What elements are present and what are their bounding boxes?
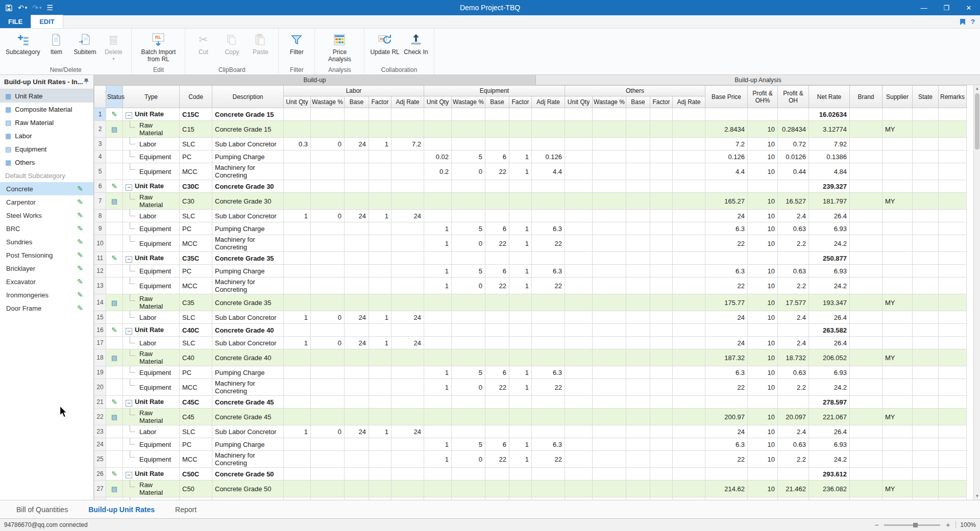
base-price-cell[interactable]: 6.3 xyxy=(705,438,748,451)
base-price-cell[interactable]: 200.97 xyxy=(705,409,748,425)
price-analysis-button[interactable]: Price Analysis xyxy=(319,31,360,65)
labor-factor-cell[interactable] xyxy=(369,163,391,180)
status-cell[interactable]: ✎ xyxy=(106,108,123,121)
others-base-cell[interactable] xyxy=(626,210,650,222)
base-price-cell[interactable] xyxy=(705,468,748,481)
undo-button[interactable]: ↶▾ xyxy=(18,4,27,12)
code-cell[interactable]: PC xyxy=(180,366,212,379)
code-cell[interactable]: SLC xyxy=(180,337,212,349)
equipment-wastage-cell[interactable] xyxy=(452,409,485,425)
state-cell[interactable] xyxy=(913,193,939,210)
type-cell[interactable]: −Unit Rate xyxy=(123,108,180,121)
type-cell[interactable]: −Unit Rate xyxy=(123,468,180,481)
equipment-base-cell[interactable] xyxy=(485,180,509,193)
col-header-labor-unit-qty[interactable]: Unit Qty xyxy=(284,96,311,108)
others-adj-rate-cell[interactable] xyxy=(673,121,705,138)
equipment-adj-rate-cell[interactable]: 22 xyxy=(532,277,565,294)
collapse-toggle-icon[interactable]: − xyxy=(126,328,132,335)
chevron-down-icon[interactable]: ▾ xyxy=(39,5,42,10)
vertical-scroll-thumb[interactable] xyxy=(975,93,979,149)
equipment-adj-rate-cell[interactable] xyxy=(532,294,565,311)
equipment-wastage-cell[interactable]: 0 xyxy=(452,235,485,252)
labor-unit-qty-cell[interactable] xyxy=(284,409,311,425)
equipment-factor-cell[interactable] xyxy=(509,138,532,150)
labor-base-cell[interactable] xyxy=(345,294,369,311)
col-header-others-base[interactable]: Base xyxy=(626,96,650,108)
col-header-others-wastage[interactable]: Wastage % xyxy=(593,96,626,108)
labor-wastage-cell[interactable]: 0 xyxy=(311,210,345,222)
remarks-cell[interactable] xyxy=(939,108,967,121)
col-header-state[interactable]: State xyxy=(913,86,939,108)
brand-cell[interactable] xyxy=(850,311,883,324)
net-rate-cell[interactable]: 181.797 xyxy=(809,193,850,210)
equipment-unit-qty-cell[interactable] xyxy=(424,396,452,409)
others-factor-cell[interactable] xyxy=(650,108,673,121)
others-base-cell[interactable] xyxy=(626,425,650,438)
equipment-factor-cell[interactable] xyxy=(509,349,532,366)
equipment-unit-qty-cell[interactable]: 1 xyxy=(424,379,452,396)
profit-oh-pct-cell[interactable]: 10 xyxy=(748,193,778,210)
others-factor-cell[interactable] xyxy=(650,180,673,193)
code-cell[interactable]: MCC xyxy=(180,379,212,396)
equipment-adj-rate-cell[interactable]: 6.3 xyxy=(532,222,565,235)
status-cell[interactable]: ▤ xyxy=(106,409,123,425)
edit-pencil-icon[interactable]: ✎ xyxy=(77,251,83,259)
others-adj-rate-cell[interactable] xyxy=(673,396,705,409)
labor-base-cell[interactable] xyxy=(345,180,369,193)
profit-oh-pct-cell[interactable]: 10 xyxy=(748,121,778,138)
code-cell[interactable]: C35C xyxy=(180,252,212,265)
profit-oh-cell[interactable]: 17.577 xyxy=(778,294,809,311)
others-unit-qty-cell[interactable] xyxy=(565,311,593,324)
labor-base-cell[interactable] xyxy=(345,324,369,337)
remarks-cell[interactable] xyxy=(939,265,967,277)
equipment-factor-cell[interactable] xyxy=(509,252,532,265)
net-rate-cell[interactable]: 278.597 xyxy=(809,396,850,409)
others-adj-rate-cell[interactable] xyxy=(673,366,705,379)
subcategory-item-bricklayer[interactable]: Bricklayer✎ xyxy=(0,262,93,275)
labor-adj-rate-cell[interactable] xyxy=(391,222,424,235)
profit-oh-pct-cell[interactable]: 10 xyxy=(748,163,778,180)
labor-base-cell[interactable] xyxy=(345,468,369,481)
equipment-base-cell[interactable]: 6 xyxy=(485,438,509,451)
check-in-button[interactable]: Check In xyxy=(402,31,430,65)
others-adj-rate-cell[interactable] xyxy=(673,222,705,235)
labor-wastage-cell[interactable] xyxy=(311,468,345,481)
profit-oh-cell[interactable]: 2.4 xyxy=(778,210,809,222)
brand-cell[interactable] xyxy=(850,277,883,294)
equipment-adj-rate-cell[interactable] xyxy=(532,180,565,193)
row-number[interactable]: 21 xyxy=(94,396,106,409)
row-number[interactable]: 2 xyxy=(94,121,106,138)
others-wastage-cell[interactable] xyxy=(593,438,626,451)
edit-pencil-icon[interactable]: ✎ xyxy=(77,224,83,233)
col-header-equip-adj-rate[interactable]: Adj Rate xyxy=(532,96,565,108)
type-cell[interactable]: Equipment xyxy=(123,379,180,396)
base-price-cell[interactable]: 175.77 xyxy=(705,294,748,311)
equipment-base-cell[interactable] xyxy=(485,324,509,337)
labor-unit-qty-cell[interactable]: 1 xyxy=(284,425,311,438)
edit-pencil-icon[interactable]: ✎ xyxy=(77,185,83,193)
others-base-cell[interactable] xyxy=(626,108,650,121)
labor-unit-qty-cell[interactable]: 1 xyxy=(284,311,311,324)
type-cell[interactable]: Labor xyxy=(123,425,180,438)
edit-pencil-icon[interactable]: ✎ xyxy=(77,264,83,272)
equipment-factor-cell[interactable] xyxy=(509,409,532,425)
labor-base-cell[interactable] xyxy=(345,265,369,277)
description-cell[interactable]: Pumping Charge xyxy=(212,150,284,163)
brand-cell[interactable] xyxy=(850,409,883,425)
labor-factor-cell[interactable] xyxy=(369,150,391,163)
scroll-down-arrow-icon[interactable]: ▼ xyxy=(974,493,980,500)
labor-base-cell[interactable] xyxy=(345,252,369,265)
remarks-cell[interactable] xyxy=(939,121,967,138)
description-cell[interactable]: Concrete Grade 35 xyxy=(212,252,284,265)
corner-select-all[interactable] xyxy=(94,86,106,108)
profit-oh-pct-cell[interactable]: 10 xyxy=(748,265,778,277)
profit-oh-pct-cell[interactable]: 10 xyxy=(748,311,778,324)
type-cell[interactable]: Labor xyxy=(123,311,180,324)
close-button[interactable]: ✕ xyxy=(958,0,980,15)
pane-header-buildup[interactable]: Build-up xyxy=(94,75,536,85)
labor-factor-cell[interactable] xyxy=(369,379,391,396)
others-factor-cell[interactable] xyxy=(650,210,673,222)
state-cell[interactable] xyxy=(913,451,939,468)
equipment-factor-cell[interactable] xyxy=(509,425,532,438)
brand-cell[interactable] xyxy=(850,337,883,349)
